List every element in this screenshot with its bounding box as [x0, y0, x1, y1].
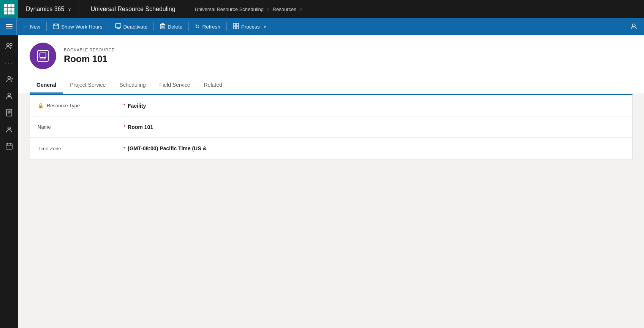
name-field-label: Name: [38, 124, 51, 130]
dynamics365-nav[interactable]: Dynamics 365 ∨: [18, 0, 79, 18]
refresh-label: Refresh: [202, 24, 220, 30]
content-area: BOOKABLE RESOURCE Room 101 General Proje…: [18, 35, 644, 328]
command-bar: ＋ New Show Work Hours Deactivate: [0, 18, 644, 35]
breadcrumb-sep1: >: [267, 6, 270, 12]
divider-4: [188, 22, 189, 31]
svg-point-21: [7, 43, 9, 46]
tab-field-service[interactable]: Field Service: [153, 77, 197, 94]
sidebar-item-users[interactable]: [2, 88, 17, 103]
svg-rect-39: [38, 51, 48, 61]
svg-rect-35: [6, 144, 12, 149]
new-label: New: [30, 24, 40, 30]
process-label: Process: [241, 24, 260, 30]
form-row-name: Name * Room 101: [30, 116, 632, 138]
record-avatar: [30, 43, 56, 69]
delete-label: Delete: [168, 24, 182, 30]
sidebar-item-accounts[interactable]: [2, 122, 17, 137]
sidebar-item-resources[interactable]: [2, 72, 17, 87]
record-type-label: BOOKABLE RESOURCE: [64, 48, 115, 52]
process-button[interactable]: Process ∨: [228, 18, 272, 35]
timezone-value[interactable]: (GMT-08:00) Pacific Time (US &: [128, 145, 206, 151]
svg-rect-16: [233, 24, 236, 26]
tab-project-service[interactable]: Project Service: [63, 77, 112, 94]
lock-icon: 🔒: [38, 103, 44, 108]
tab-general[interactable]: General: [30, 77, 63, 94]
svg-rect-18: [233, 27, 236, 29]
svg-rect-17: [236, 24, 239, 26]
main-area: ···: [0, 35, 644, 328]
new-icon: ＋: [22, 23, 28, 30]
show-work-hours-label: Show Work Hours: [61, 24, 103, 30]
form-row-timezone: Time Zone * (GMT-08:00) Pacific Time (US…: [30, 138, 632, 159]
divider-5: [226, 22, 227, 31]
new-button[interactable]: ＋ New: [17, 18, 46, 35]
waffle-button[interactable]: [0, 0, 18, 18]
resource-type-value[interactable]: Facility: [128, 103, 146, 109]
divider-3: [153, 22, 154, 31]
sidebar-item-more[interactable]: ···: [2, 55, 17, 70]
form-section: 🔒 Resource Type * Facility Name * Room 1…: [18, 94, 644, 328]
tab-related[interactable]: Related: [197, 77, 229, 94]
refresh-button[interactable]: ↻ Refresh: [190, 18, 225, 35]
dynamics365-chevron-icon: ∨: [68, 7, 71, 12]
show-work-hours-button[interactable]: Show Work Hours: [47, 18, 108, 35]
process-icon: [233, 23, 239, 30]
refresh-icon: ↻: [195, 23, 200, 30]
deactivate-icon: [115, 23, 121, 30]
record-title-area: BOOKABLE RESOURCE Room 101: [64, 48, 115, 64]
breadcrumb-page[interactable]: Resources: [273, 6, 296, 12]
delete-button[interactable]: Delete: [155, 18, 188, 35]
svg-point-23: [8, 76, 11, 79]
breadcrumb: Universal Resource Scheduling > Resource…: [187, 0, 644, 18]
deactivate-label: Deactivate: [123, 24, 148, 30]
urs-nav[interactable]: Universal Resource Scheduling: [79, 0, 187, 18]
dynamics365-label: Dynamics 365: [26, 6, 64, 13]
delete-icon: [160, 23, 165, 30]
record-header: BOOKABLE RESOURCE Room 101: [18, 35, 644, 77]
svg-rect-3: [53, 24, 59, 29]
svg-rect-40: [40, 53, 46, 57]
resource-type-field-label: Resource Type: [47, 103, 80, 108]
svg-rect-19: [236, 27, 239, 29]
svg-rect-0: [6, 24, 13, 25]
resource-type-required: *: [123, 103, 125, 108]
calendar-icon: [53, 23, 59, 30]
svg-rect-2: [6, 29, 13, 29]
svg-point-32: [9, 110, 10, 111]
svg-rect-1: [6, 26, 13, 27]
form-row-resource-type: 🔒 Resource Type * Facility: [30, 95, 632, 116]
sidebar-item-reports[interactable]: [2, 105, 17, 120]
name-label: Name: [38, 124, 121, 130]
form-panel: 🔒 Resource Type * Facility Name * Room 1…: [30, 94, 633, 159]
breadcrumb-sep2: >: [299, 6, 302, 12]
deactivate-button[interactable]: Deactivate: [110, 18, 153, 35]
process-chevron-icon: ∨: [263, 24, 266, 29]
timezone-field-label: Time Zone: [38, 146, 61, 151]
sidebar-toggle-button[interactable]: [2, 18, 17, 35]
resource-type-label: 🔒 Resource Type: [38, 103, 121, 108]
divider-1: [46, 22, 47, 31]
waffle-icon: [4, 4, 14, 14]
breadcrumb-app[interactable]: Universal Resource Scheduling: [195, 6, 264, 12]
sidebar: ···: [0, 35, 18, 328]
divider-2: [109, 22, 109, 31]
sidebar-item-contacts[interactable]: [2, 38, 17, 53]
user-icon: [630, 23, 637, 30]
name-value[interactable]: Room 101: [128, 124, 153, 130]
timezone-label: Time Zone: [38, 146, 121, 151]
user-button[interactable]: [625, 18, 642, 35]
record-name: Room 101: [64, 54, 115, 64]
name-required: *: [123, 124, 125, 130]
svg-rect-7: [116, 24, 121, 28]
svg-point-26: [8, 93, 11, 96]
sidebar-item-calendar[interactable]: [2, 139, 17, 154]
urs-label: Universal Resource Scheduling: [90, 6, 175, 13]
tab-scheduling[interactable]: Scheduling: [112, 77, 152, 94]
svg-point-22: [10, 43, 12, 46]
timezone-required: *: [123, 146, 125, 151]
resource-icon: [36, 49, 50, 63]
top-navigation: Dynamics 365 ∨ Universal Resource Schedu…: [0, 0, 644, 18]
tabs-bar: General Project Service Scheduling Field…: [18, 77, 644, 94]
